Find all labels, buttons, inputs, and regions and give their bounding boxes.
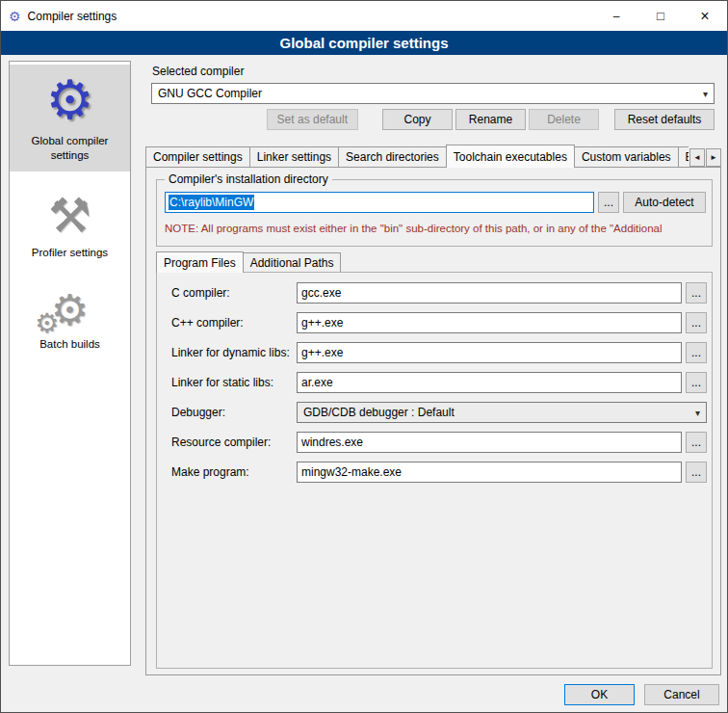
copy-button[interactable]: Copy xyxy=(382,109,453,130)
close-button[interactable]: × xyxy=(683,1,727,31)
chevron-down-icon: ▾ xyxy=(695,408,700,418)
maximize-button[interactable]: □ xyxy=(638,1,683,31)
tab-program-files[interactable]: Program Files xyxy=(156,251,244,273)
app-gear-icon: ⚙ xyxy=(9,10,21,23)
small-gear-icon: ⚙ xyxy=(35,309,59,337)
debugger-label: Debugger: xyxy=(171,406,225,419)
c-compiler-label: C compiler: xyxy=(171,286,230,300)
minimize-button[interactable]: – xyxy=(594,1,638,31)
installation-directory-row: C:\raylib\MinGW ... Auto-detect xyxy=(165,192,706,213)
linker-dynamic-browse-button[interactable]: ... xyxy=(686,342,707,363)
linker-dynamic-label: Linker for dynamic libs: xyxy=(171,346,290,359)
linker-static-row: Linker for static libs: ... xyxy=(157,372,712,393)
dialog-header-title: Global compiler settings xyxy=(1,31,727,55)
cpp-compiler-label: C++ compiler: xyxy=(171,316,244,330)
linker-static-input[interactable] xyxy=(297,372,682,393)
selected-compiler-label: Selected compiler xyxy=(152,65,244,78)
linker-static-label: Linker for static libs: xyxy=(171,376,273,389)
titlebar: ⚙ Compiler settings – □ × xyxy=(1,1,727,31)
tab-custom-variables[interactable]: Custom variables xyxy=(574,146,679,167)
tab-additional-paths[interactable]: Additional Paths xyxy=(243,252,342,272)
sidebar-item-label: Global compiler settings xyxy=(12,134,128,163)
program-files-tabstrip: Program Files Additional Paths xyxy=(156,251,341,273)
resource-compiler-browse-button[interactable]: ... xyxy=(686,432,707,453)
installation-directory-input[interactable]: C:\raylib\MinGW xyxy=(165,192,594,213)
cancel-button[interactable]: Cancel xyxy=(644,684,719,705)
resource-compiler-row: Resource compiler: ... xyxy=(157,432,712,453)
linker-dynamic-row: Linker for dynamic libs: ... xyxy=(157,342,712,363)
linker-dynamic-input[interactable] xyxy=(297,342,682,363)
rename-button[interactable]: Rename xyxy=(455,109,526,130)
sidebar-item-profiler-settings[interactable]: ⚒ Profiler settings xyxy=(10,183,130,269)
settings-sidebar: ⚙ Global compiler settings ⚒ Profiler se… xyxy=(9,61,131,666)
program-files-panel: C compiler: ... C++ compiler: ... Linker… xyxy=(156,272,713,669)
make-program-input[interactable] xyxy=(297,462,682,483)
tab-linker-settings[interactable]: Linker settings xyxy=(249,146,339,167)
linker-static-browse-button[interactable]: ... xyxy=(686,372,707,393)
cpp-compiler-input[interactable] xyxy=(297,312,682,333)
debugger-dropdown[interactable]: GDB/CDB debugger : Default ▾ xyxy=(297,402,707,423)
debugger-value: GDB/CDB debugger : Default xyxy=(303,406,455,419)
tab-scroll-left-icon[interactable]: ◄ xyxy=(689,148,705,167)
make-program-row: Make program: ... xyxy=(157,462,712,483)
selected-path-text: C:\raylib\MinGW xyxy=(169,195,254,210)
debugger-row: Debugger: GDB/CDB debugger : Default ▾ xyxy=(157,402,712,423)
tab-build[interactable]: Build xyxy=(678,146,689,167)
window-controls: – □ × xyxy=(594,1,727,31)
compiler-button-row: Set as default Copy Rename Delete Reset … xyxy=(151,109,715,130)
c-compiler-input[interactable] xyxy=(297,282,682,304)
sidebar-item-batch-builds[interactable]: ⚙⚙ Batch builds xyxy=(10,280,130,360)
window-title: Compiler settings xyxy=(28,10,117,23)
reset-defaults-button[interactable]: Reset defaults xyxy=(614,109,715,130)
tab-compiler-settings[interactable]: Compiler settings xyxy=(145,146,250,167)
auto-detect-button[interactable]: Auto-detect xyxy=(623,192,706,213)
tab-search-directories[interactable]: Search directories xyxy=(338,146,447,167)
make-program-browse-button[interactable]: ... xyxy=(686,462,707,483)
tab-scroll-buttons: ◄ ► xyxy=(689,148,721,167)
gray-gears-icon: ⚙⚙ xyxy=(12,288,128,332)
compiler-settings-window: ⚙ Compiler settings – □ × Global compile… xyxy=(0,0,728,713)
selected-compiler-value: GNU GCC Compiler xyxy=(158,87,262,100)
toolchain-executables-panel: Compiler's installation directory C:\ray… xyxy=(145,167,721,675)
resource-compiler-label: Resource compiler: xyxy=(171,436,271,449)
set-as-default-button[interactable]: Set as default xyxy=(267,109,358,130)
ok-button[interactable]: OK xyxy=(564,684,635,705)
delete-button[interactable]: Delete xyxy=(529,109,599,130)
make-program-label: Make program: xyxy=(171,465,249,479)
hammer-tool-icon: ⚒ xyxy=(12,191,128,242)
blue-gear-icon: ⚙ xyxy=(12,72,128,129)
sidebar-item-global-compiler-settings[interactable]: ⚙ Global compiler settings xyxy=(10,65,130,172)
sidebar-item-label: Batch builds xyxy=(12,337,128,352)
installation-directory-label: Compiler's installation directory xyxy=(165,172,332,186)
tab-toolchain-executables[interactable]: Toolchain executables xyxy=(446,145,575,168)
cpp-compiler-browse-button[interactable]: ... xyxy=(686,312,707,333)
tab-scroll-right-icon[interactable]: ► xyxy=(706,148,721,167)
main-tabs: Compiler settings Linker settings Search… xyxy=(145,145,689,168)
browse-directory-button[interactable]: ... xyxy=(598,192,619,213)
selected-compiler-dropdown[interactable]: GNU GCC Compiler ▾ xyxy=(151,83,715,104)
main-tabstrip: Compiler settings Linker settings Search… xyxy=(145,145,721,168)
installation-directory-groupbox: Compiler's installation directory C:\ray… xyxy=(156,179,713,247)
resource-compiler-input[interactable] xyxy=(297,432,682,453)
bin-subdirectory-note: NOTE: All programs must exist either in … xyxy=(165,223,710,234)
c-compiler-row: C compiler: ... xyxy=(157,282,712,304)
c-compiler-browse-button[interactable]: ... xyxy=(686,282,707,304)
chevron-down-icon: ▾ xyxy=(703,89,708,99)
cpp-compiler-row: C++ compiler: ... xyxy=(157,312,712,333)
sidebar-item-label: Profiler settings xyxy=(12,246,128,260)
